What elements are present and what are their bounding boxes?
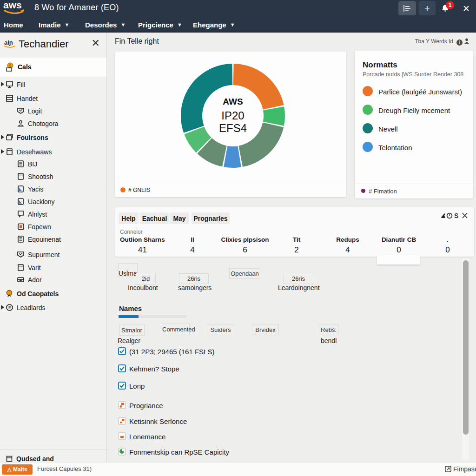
svg-text:aws: aws — [3, 1, 22, 10]
svg-text:alɲ: alɲ — [4, 39, 13, 46]
svg-text:E: E — [8, 305, 11, 310]
svg-text:S: S — [454, 212, 458, 219]
